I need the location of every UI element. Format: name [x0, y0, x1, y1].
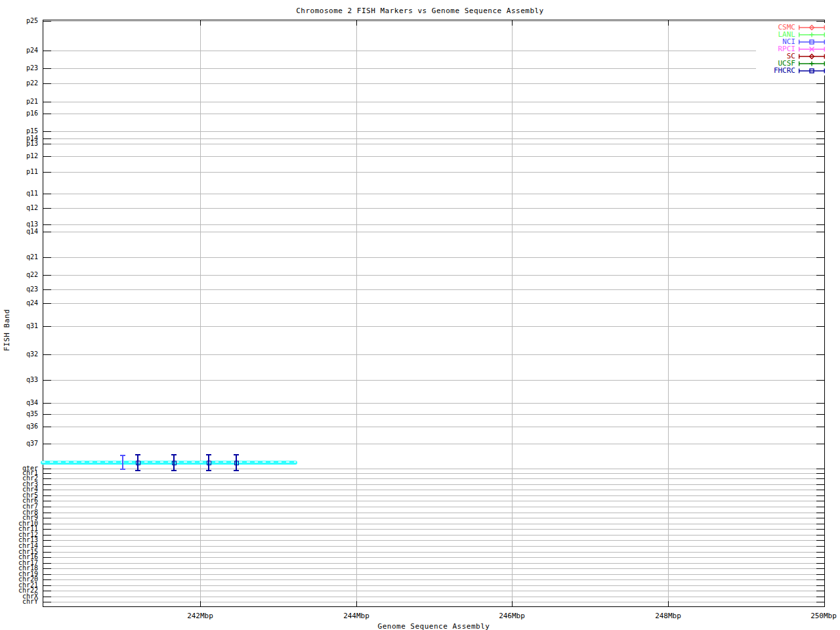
- y-tick-left-q35: [43, 414, 51, 415]
- y-tick-right-chr7: [816, 507, 824, 507]
- data-point-FHCRC-3: [234, 461, 239, 465]
- gridline-h-chr17: [43, 563, 824, 564]
- gridline-h-chr22: [43, 591, 824, 591]
- y-tick-left-chr11: [43, 529, 51, 530]
- y-tick-right-chr16: [816, 557, 824, 558]
- data-point-FHCRC-1: [172, 461, 177, 465]
- y-tick-left-chr5: [43, 495, 51, 496]
- y-tick-right-chr12: [816, 535, 824, 536]
- gridline-h-chr7: [43, 507, 824, 507]
- y-tick-right-q31: [816, 326, 824, 327]
- gridline-h-chr4: [43, 490, 824, 490]
- y-tick-left-chr12: [43, 535, 51, 536]
- y-tick-left-p13: [43, 144, 51, 144]
- gridline-h-chr18: [43, 568, 824, 569]
- legend-diamond-marker-icon: [799, 53, 825, 60]
- y-tick-right-chr13: [816, 540, 824, 541]
- y-tick-right-q35: [816, 414, 824, 415]
- y-tick-left-chr1: [43, 473, 51, 474]
- y-tick-right-q23: [816, 289, 824, 290]
- y-tick-left-q14: [43, 232, 51, 232]
- errorbar-cap-top-FHCRC-3: [234, 454, 239, 455]
- gridline-h-chrY: [43, 602, 824, 602]
- y-tick-left-q22: [43, 275, 51, 276]
- gridline-h-chr11: [43, 529, 824, 530]
- y-tick-right-q22: [816, 275, 824, 276]
- gridline-h-chr19: [43, 574, 824, 575]
- y-tick-right-q32: [816, 354, 824, 355]
- gridline-h-q35: [43, 414, 824, 415]
- plot-area-border: [43, 20, 825, 607]
- y-tick-right-p12: [816, 156, 824, 157]
- errorbar-cap-top-NCI-0: [120, 455, 125, 456]
- gridline-h-q24: [43, 303, 824, 304]
- gridline-h-chr2: [43, 478, 824, 479]
- y-tick-right-q13: [816, 224, 824, 225]
- y-tick-left-q21: [43, 257, 51, 258]
- gridline-v-248: [668, 20, 669, 606]
- gridline-h-q12: [43, 208, 824, 209]
- x-tick-top-242: [200, 20, 201, 26]
- y-tick-right-q33: [816, 380, 824, 381]
- gridline-h-p23: [43, 68, 824, 69]
- y-tick-right-chr11: [816, 529, 824, 530]
- y-tick-right-p25: [816, 21, 824, 22]
- y-tick-left-q12: [43, 208, 51, 209]
- y-tick-left-q33: [43, 380, 51, 381]
- gridline-h-q37: [43, 444, 824, 444]
- gridline-h-chr12: [43, 535, 824, 536]
- legend-square-marker-icon: [799, 39, 825, 45]
- y-tick-right-chrY: [816, 602, 824, 602]
- gridline-h-p14: [43, 138, 824, 139]
- y-tick-right-chr21: [816, 585, 824, 586]
- y-tick-right-p16: [816, 114, 824, 114]
- gridline-h-chr20: [43, 579, 824, 580]
- x-tick-label-244: 244Mbp: [337, 612, 376, 620]
- y-tick-right-chr14: [816, 546, 824, 547]
- gridline-h-chrX: [43, 597, 824, 597]
- chart-title: Chromosome 2 FISH Markers vs Genome Sequ…: [0, 7, 840, 15]
- y-tick-left-chr6: [43, 501, 51, 501]
- gridline-h-qter: [43, 469, 824, 469]
- legend-item-rpci: RPCI: [778, 45, 826, 52]
- y-tick-left-p21: [43, 102, 51, 102]
- y-tick-label-q32: q32: [0, 351, 38, 358]
- y-tick-right-qter: [816, 469, 824, 469]
- y-tick-right-chrX: [816, 597, 824, 597]
- y-tick-left-q34: [43, 403, 51, 404]
- y-tick-label-q11: q11: [0, 190, 38, 197]
- y-tick-label-p15: p15: [0, 128, 38, 135]
- y-tick-left-p22: [43, 83, 51, 84]
- y-tick-right-chr6: [816, 501, 824, 501]
- x-tick-top-248: [668, 20, 669, 26]
- gridline-h-chr10: [43, 524, 824, 524]
- x-tick-label-246: 246Mbp: [492, 612, 532, 620]
- errorbar-cap-bottom-FHCRC-0: [135, 470, 140, 471]
- y-tick-left-p16: [43, 114, 51, 114]
- y-tick-left-chrX: [43, 597, 51, 597]
- legend-plus-marker-icon: [799, 32, 825, 38]
- legend-cross-marker-icon: [799, 46, 825, 52]
- gridline-h-p13: [43, 144, 824, 144]
- y-tick-label-p24: p24: [0, 47, 38, 54]
- errorbar-cap-bottom-FHCRC-1: [171, 470, 177, 471]
- gridline-h-q34: [43, 403, 824, 404]
- gridline-h-q32: [43, 354, 824, 355]
- y-tick-right-chr17: [816, 563, 824, 564]
- y-tick-right-chr19: [816, 574, 824, 575]
- y-tick-right-chr20: [816, 579, 824, 580]
- y-tick-left-p25: [43, 21, 51, 22]
- data-point-FHCRC-0: [136, 461, 140, 465]
- gridline-h-chr6: [43, 501, 824, 501]
- y-tick-left-chr18: [43, 568, 51, 569]
- gridline-h-chr9: [43, 518, 824, 518]
- y-tick-left-chr13: [43, 540, 51, 541]
- x-tick-top-244: [356, 20, 357, 26]
- y-tick-left-chr4: [43, 490, 51, 490]
- y-tick-left-q11: [43, 194, 51, 194]
- y-tick-left-q23: [43, 289, 51, 290]
- y-tick-left-p15: [43, 131, 51, 132]
- y-tick-label-p16: p16: [0, 110, 38, 117]
- gridline-h-q23: [43, 289, 824, 290]
- gridline-h-p11: [43, 172, 824, 173]
